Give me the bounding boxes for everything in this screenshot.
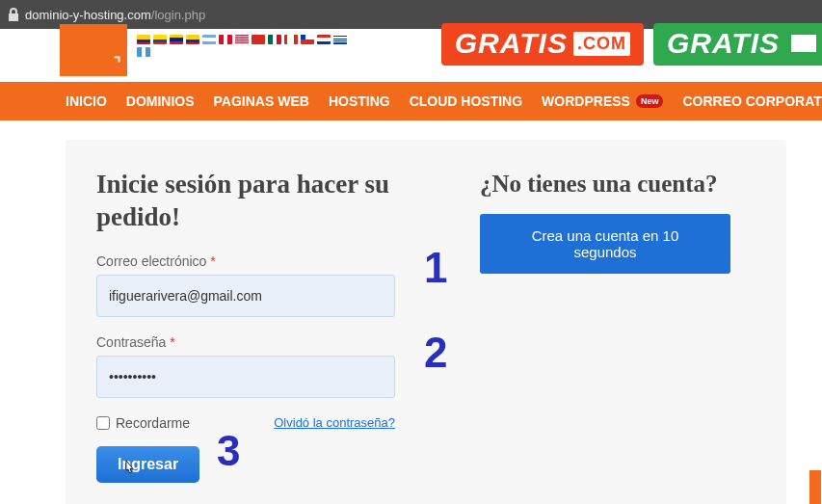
flag-icon[interactable] bbox=[219, 35, 232, 44]
remember-checkbox[interactable] bbox=[96, 416, 110, 430]
badge-com: .COM bbox=[573, 32, 630, 56]
email-label-text: Correo electrónico bbox=[96, 253, 210, 269]
url-path: /login.php bbox=[151, 8, 205, 22]
auth-panel: Inicie sesión para hacer su pedido! Corr… bbox=[66, 140, 786, 504]
signup-heading: ¿No tienes una cuenta? bbox=[480, 169, 756, 199]
flag-icon[interactable] bbox=[252, 35, 265, 44]
required-asterisk: * bbox=[210, 253, 215, 269]
flag-icon[interactable] bbox=[268, 35, 281, 44]
flag-icon[interactable] bbox=[137, 35, 150, 44]
url-host: dominio-y-hosting.com bbox=[25, 8, 151, 22]
badge-text: GRATIS bbox=[455, 27, 568, 60]
nav-cloud-hosting[interactable]: CLOUD HOSTING bbox=[410, 93, 522, 109]
nav-hosting[interactable]: HOSTING bbox=[329, 93, 390, 109]
password-label: Contraseña * bbox=[96, 334, 453, 350]
flag-icon[interactable] bbox=[186, 35, 199, 44]
badge-text: GRATIS bbox=[667, 27, 780, 60]
card-icon bbox=[789, 33, 818, 54]
flag-icon[interactable] bbox=[153, 35, 167, 44]
forgot-password-link[interactable]: Olvidó la contraseña? bbox=[274, 415, 395, 430]
login-button[interactable]: Ingresar bbox=[96, 446, 199, 483]
password-field[interactable] bbox=[96, 356, 395, 398]
logo-glyph: ⌝ bbox=[114, 54, 121, 72]
login-heading: Inicie sesión para hacer su pedido! bbox=[96, 169, 453, 234]
nav-wordpress[interactable]: WORDPRESS New bbox=[542, 93, 663, 109]
nav-label: WORDPRESS bbox=[542, 93, 630, 109]
flag-icon[interactable] bbox=[235, 35, 249, 44]
login-form: Inicie sesión para hacer su pedido! Corr… bbox=[96, 169, 453, 483]
email-field[interactable] bbox=[96, 275, 395, 317]
cursor-pointer-icon bbox=[121, 460, 137, 481]
promo-badge-gratis-com: GRATIS .COM bbox=[441, 23, 644, 66]
password-label-text: Contraseña bbox=[96, 334, 170, 350]
nav-paginas-web[interactable]: PAGINAS WEB bbox=[214, 93, 309, 109]
new-pill: New bbox=[636, 94, 664, 108]
nav-dominios[interactable]: DOMINIOS bbox=[126, 93, 195, 109]
brand-logo[interactable]: ⌝ bbox=[60, 24, 127, 76]
side-decoration bbox=[809, 470, 821, 505]
country-flags bbox=[137, 35, 349, 57]
step-annotation-2: 2 bbox=[424, 329, 447, 377]
page-content: Inicie sesión para hacer su pedido! Corr… bbox=[0, 120, 822, 504]
top-header: ⌝ GRATIS .COM GRATIS bbox=[0, 29, 822, 82]
promo-badge-gratis-card: GRATIS bbox=[653, 23, 822, 66]
nav-inicio[interactable]: INICIO bbox=[66, 93, 107, 109]
remember-me[interactable]: Recordarme bbox=[96, 415, 190, 431]
flag-icon[interactable] bbox=[170, 35, 183, 44]
main-nav: INICIO DOMINIOS PAGINAS WEB HOSTING CLOU… bbox=[0, 82, 822, 120]
flag-icon[interactable] bbox=[284, 35, 298, 44]
flag-icon[interactable] bbox=[301, 35, 314, 44]
step-annotation-1: 1 bbox=[424, 244, 447, 292]
remember-label: Recordarme bbox=[116, 415, 190, 431]
flag-icon[interactable] bbox=[137, 47, 150, 57]
flag-icon[interactable] bbox=[317, 35, 331, 44]
nav-correo[interactable]: CORREO CORPORATIVO bbox=[682, 93, 822, 109]
flag-icon[interactable] bbox=[333, 35, 347, 44]
create-account-button[interactable]: Crea una cuenta en 10 segundos bbox=[480, 214, 730, 274]
remember-row: Recordarme Olvidó la contraseña? bbox=[96, 415, 395, 431]
email-label: Correo electrónico * bbox=[96, 253, 453, 269]
flag-icon[interactable] bbox=[202, 35, 216, 44]
signup-panel: ¿No tienes una cuenta? Crea una cuenta e… bbox=[453, 169, 756, 483]
required-asterisk: * bbox=[170, 334, 174, 350]
promo-badges: GRATIS .COM GRATIS bbox=[441, 23, 822, 66]
step-annotation-3: 3 bbox=[217, 427, 240, 475]
lock-icon bbox=[8, 8, 19, 21]
